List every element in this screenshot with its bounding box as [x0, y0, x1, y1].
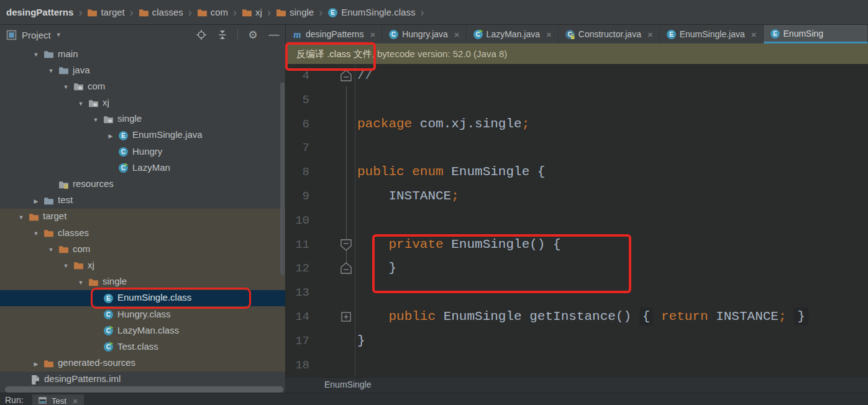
- close-icon[interactable]: ×: [454, 29, 460, 40]
- folder-blue-icon: [43, 196, 54, 206]
- project-panel-title[interactable]: Project: [22, 30, 51, 40]
- code-line-5: 5: [286, 88, 868, 112]
- fold-marker-icon[interactable]: [339, 262, 353, 275]
- tab-enumsing[interactable]: EEnumSing: [764, 25, 868, 43]
- tree-item-single[interactable]: ▼single: [0, 274, 286, 290]
- project-horizontal-scrollbar[interactable]: [5, 386, 283, 393]
- collapsed-arrow-icon[interactable]: ▶: [30, 361, 42, 367]
- close-icon[interactable]: ×: [647, 29, 653, 40]
- tree-item-single[interactable]: ▼single: [0, 111, 286, 127]
- folder-orange-icon: [73, 260, 84, 271]
- close-icon[interactable]: ×: [546, 29, 552, 40]
- tree-item-java[interactable]: ▼java: [0, 62, 286, 78]
- expanded-arrow-icon[interactable]: ▼: [89, 117, 102, 123]
- expanded-arrow-icon[interactable]: ▼: [60, 263, 72, 269]
- tree-item-generated-sources[interactable]: ▶generated-sources: [0, 355, 286, 371]
- collapsed-arrow-icon[interactable]: ▶: [30, 198, 42, 204]
- tree-item-hungry[interactable]: CHungry: [0, 143, 286, 160]
- svg-text:E: E: [773, 30, 777, 37]
- tree-item-enumsingle-class[interactable]: EEnumSingle.class: [0, 290, 286, 306]
- tree-item-xj[interactable]: ▼xj: [0, 95, 286, 111]
- breadcrumb-separator-icon: ›: [130, 7, 134, 18]
- tab-lazyman-java[interactable]: CLazyMan.java×: [467, 25, 559, 43]
- collapsed-arrow-icon[interactable]: ▶: [104, 133, 117, 139]
- expanded-arrow-icon[interactable]: ▼: [15, 214, 27, 221]
- breadcrumb-item-label: desingPatterns: [6, 7, 73, 17]
- code-editor[interactable]: 4//56package com.xj.single;78public enum…: [286, 64, 868, 377]
- code-line-6: 6package com.xj.single;: [286, 112, 868, 137]
- enum-icon: E: [118, 130, 129, 141]
- tree-item-test-class[interactable]: CTest.class: [0, 339, 286, 355]
- breadcrumb-item-single[interactable]: single: [276, 7, 314, 17]
- tree-item-target[interactable]: ▼target: [0, 209, 286, 225]
- tree-item-main[interactable]: ▼main: [0, 46, 286, 62]
- locate-icon[interactable]: [195, 29, 208, 41]
- folder-orange-icon: [58, 244, 69, 255]
- tree-item-test[interactable]: ▶test: [0, 193, 286, 209]
- breadcrumb-item-desingpatterns[interactable]: desingPatterns: [6, 7, 73, 17]
- editor-breadcrumb-item[interactable]: EnumSingle: [324, 380, 372, 389]
- expanded-arrow-icon[interactable]: ▼: [30, 52, 42, 58]
- tree-item-com[interactable]: ▼com: [0, 78, 286, 94]
- expanded-arrow-icon[interactable]: ▼: [45, 247, 57, 253]
- expanded-arrow-icon[interactable]: ▼: [75, 101, 87, 107]
- enum-icon: E: [327, 7, 337, 17]
- tree-item-label: LazyMan: [132, 162, 170, 173]
- breadcrumb-item-target[interactable]: target: [87, 7, 124, 17]
- breadcrumb-item-com[interactable]: com: [197, 7, 228, 17]
- enum-icon: E: [666, 29, 676, 39]
- tree-item-label: EnumSingle.java: [132, 129, 203, 140]
- line-number: 4: [286, 64, 309, 88]
- expanded-arrow-icon[interactable]: ▼: [75, 280, 87, 286]
- chevron-down-icon[interactable]: ▼: [56, 32, 62, 38]
- svg-text:C: C: [106, 311, 111, 318]
- collapse-all-icon[interactable]: [216, 29, 229, 41]
- tree-item-lazyman[interactable]: CLazyMan: [0, 160, 286, 176]
- expanded-arrow-icon[interactable]: ▼: [60, 84, 72, 90]
- tree-item-lazyman-class[interactable]: CLazyMan.class: [0, 322, 286, 339]
- fold-marker-icon[interactable]: [339, 238, 353, 252]
- package-icon: [88, 98, 99, 109]
- fold-marker-icon[interactable]: [339, 69, 353, 83]
- run-tab-test[interactable]: Test ×: [32, 394, 84, 405]
- tab-enumsingle-java[interactable]: EEnumSingle.java×: [660, 25, 764, 43]
- project-vertical-scrollbar[interactable]: [280, 83, 285, 275]
- tab-hungry-java[interactable]: CHungry.java×: [382, 25, 466, 43]
- tab-constructor-java[interactable]: CConstructor.java×: [559, 25, 660, 43]
- expanded-arrow-icon[interactable]: ▼: [45, 68, 57, 74]
- run-tab-label: Test: [52, 396, 66, 405]
- close-icon[interactable]: ×: [751, 29, 757, 40]
- tree-item-classes[interactable]: ▼classes: [0, 225, 286, 241]
- code-line-13: 13: [286, 281, 868, 305]
- expanded-arrow-icon[interactable]: ▼: [30, 230, 42, 237]
- line-number: 11: [286, 233, 309, 257]
- fold-marker-icon[interactable]: [339, 310, 353, 324]
- breadcrumb-separator-icon: ›: [420, 7, 424, 18]
- close-icon[interactable]: ×: [73, 396, 78, 405]
- tab-label: Constructor.java: [578, 29, 641, 39]
- tree-item-hungry-class[interactable]: CHungry.class: [0, 306, 286, 322]
- breadcrumb-item-label: EnumSingle.class: [341, 7, 415, 17]
- tree-item-label: test: [58, 194, 73, 205]
- class-icon: C: [103, 309, 114, 320]
- tab-desingpatterns[interactable]: mdesingPatterns×: [286, 25, 382, 43]
- breadcrumb-separator-icon: ›: [319, 7, 322, 18]
- code-text: //: [357, 64, 373, 88]
- tree-item-com[interactable]: ▼com: [0, 241, 286, 257]
- close-icon[interactable]: ×: [370, 29, 375, 40]
- hide-panel-icon[interactable]: —: [268, 29, 280, 41]
- line-number: 6: [286, 112, 309, 137]
- tree-item-desingpatterns-iml[interactable]: desingPatterns.iml: [0, 371, 286, 388]
- breadcrumb-item-xj[interactable]: xj: [242, 7, 262, 17]
- editor-area: mdesingPatterns×CHungry.java×CLazyMan.ja…: [286, 25, 868, 405]
- breadcrumb-item-enumsingle-class[interactable]: EEnumSingle.class: [327, 7, 415, 17]
- breadcrumb-item-classes[interactable]: classes: [139, 7, 183, 17]
- breadcrumb-item-label: single: [290, 7, 314, 17]
- breadcrumb-separator-icon: ›: [78, 7, 82, 18]
- settings-icon[interactable]: ⚙: [247, 29, 259, 41]
- tree-item-enumsingle-java[interactable]: ▶EEnumSingle.java: [0, 127, 286, 143]
- tree-item-resources[interactable]: resources: [0, 176, 286, 193]
- tree-item-label: target: [43, 211, 66, 221]
- tree-item-xj[interactable]: ▼xj: [0, 257, 286, 273]
- tree-item-label: Hungry.class: [117, 309, 171, 319]
